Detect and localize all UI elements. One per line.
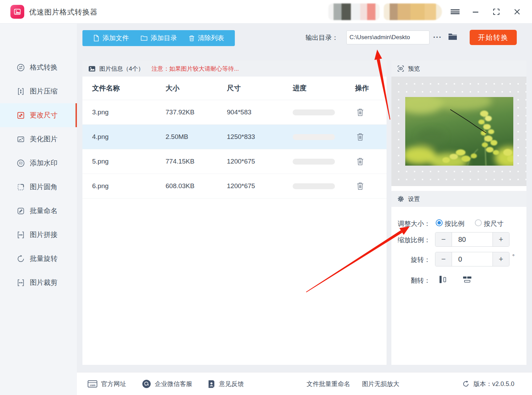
scale-increment-button[interactable]: + [493, 232, 509, 246]
scale-value[interactable]: 80 [452, 232, 493, 246]
refresh-icon[interactable] [462, 380, 470, 388]
progress-bar [293, 159, 335, 165]
compress-icon [17, 87, 25, 96]
open-folder-button[interactable] [447, 32, 459, 43]
sidebar-item-batch-rename[interactable]: 批量命名 [0, 199, 77, 223]
add-directory-button[interactable]: 添加目录 [135, 34, 183, 43]
browse-more-button[interactable]: ··· [432, 30, 443, 45]
format-convert-icon [17, 63, 25, 72]
scale-decrement-button[interactable]: − [435, 232, 452, 246]
flip-horizontal-button[interactable] [462, 275, 473, 284]
version-info: 版本：v2.0.5.0 [462, 372, 514, 395]
titlebar: 优速图片格式转换器 [0, 0, 532, 24]
add-file-label: 添加文件 [103, 34, 129, 43]
settings-header-strip: 设置 [391, 191, 526, 207]
rename-icon [17, 207, 25, 215]
flip-vertical-button[interactable] [438, 275, 447, 284]
settings-title: 设置 [408, 195, 420, 203]
image-info-icon [88, 65, 96, 73]
sidebar-item-beautify[interactable]: 美化图片 [0, 127, 77, 151]
scale-stepper: − 80 + [435, 232, 509, 247]
footer: .com 官方网址 企业微信客服 意见反馈 文件批量重命名 图片无损放大 版本：… [77, 372, 532, 395]
sidebar-item-round-corner[interactable]: 图片圆角 [0, 175, 77, 199]
menu-icon[interactable] [449, 6, 461, 17]
sidebar-item-label: 批量旋转 [30, 254, 57, 263]
preview-settings-panel: 预览 [391, 61, 526, 365]
resize-icon [17, 111, 25, 120]
rotate-increment-button[interactable]: + [493, 252, 509, 266]
watermark-icon: 印 [17, 159, 25, 167]
sidebar-item-stitch[interactable]: 图片拼接 [0, 223, 77, 247]
cell-dims: 904*583 [227, 108, 293, 116]
close-button[interactable] [511, 6, 523, 17]
minimize-button[interactable] [470, 6, 481, 17]
scale-label: 缩放比例： [391, 236, 431, 245]
radio-by-ratio-label[interactable]: 按比例 [445, 219, 464, 228]
table-row[interactable]: 6.png 608.03KB 1200*675 [82, 174, 387, 199]
sidebar-item-batch-rotate[interactable]: 批量旋转 [0, 247, 77, 271]
rotate-decrement-button[interactable]: − [435, 252, 452, 266]
official-website-link[interactable]: .com 官方网址 [88, 372, 126, 395]
redacted-account-info [328, 3, 380, 20]
wechat-service-label: 企业微信客服 [155, 380, 192, 388]
cell-filename: 3.png [92, 108, 166, 116]
svg-text:印: 印 [19, 161, 23, 165]
sidebar-item-label: 图片拼接 [30, 230, 57, 239]
app-window: 优速图片格式转换器 格式转换 图片压缩 更改尺寸 [0, 0, 532, 395]
feedback-link[interactable]: 意见反馈 [208, 372, 244, 395]
flip-label: 翻转： [391, 276, 431, 285]
preview-title: 预览 [408, 65, 420, 73]
sidebar-item-compress[interactable]: 图片压缩 [0, 79, 77, 103]
table-panel-title: 图片信息（4个） [99, 65, 144, 73]
col-header-dims: 尺寸 [227, 84, 293, 93]
sidebar-item-watermark[interactable]: 印 添加水印 [0, 151, 77, 175]
app-logo-icon [10, 5, 24, 19]
table-row[interactable]: 5.png 774.15KB 1200*675 [82, 149, 387, 174]
radio-by-size-label[interactable]: 按尺寸 [484, 219, 504, 228]
radio-by-ratio[interactable] [436, 219, 443, 226]
official-website-label: 官方网址 [101, 380, 126, 388]
table-row-selected[interactable]: 4.png 2.50MB 1250*833 [82, 125, 387, 149]
flip-horizontal-icon [462, 275, 473, 284]
sidebar: 格式转换 图片压缩 更改尺寸 美化图片 印 添加水印 图片圆角 批量命名 [0, 24, 77, 395]
resize-mode-label: 调整大小： [391, 219, 431, 228]
lossless-enlarge-label: 图片无损放大 [362, 380, 399, 388]
delete-row-icon[interactable] [356, 132, 364, 141]
gear-icon [397, 195, 405, 203]
rotate-icon [17, 255, 25, 263]
batch-rename-link[interactable]: 文件批量重命名 [307, 372, 350, 395]
table-row[interactable]: 3.png 737.92KB 904*583 [82, 100, 387, 125]
clear-list-button[interactable]: 清除列表 [183, 34, 230, 43]
col-header-size: 大小 [166, 84, 227, 93]
maximize-button[interactable] [490, 6, 502, 17]
cell-dims: 1200*675 [227, 158, 293, 165]
sidebar-item-crop[interactable]: 图片裁剪 [0, 271, 77, 295]
cell-dims: 1200*675 [227, 182, 293, 190]
sidebar-item-resize[interactable]: 更改尺寸 [0, 103, 77, 127]
sidebar-item-label: 图片压缩 [30, 87, 57, 96]
crop-icon [17, 279, 25, 287]
delete-row-icon[interactable] [356, 182, 364, 191]
preview-header-strip: 预览 [391, 61, 526, 77]
version-label: 版本：v2.0.5.0 [473, 380, 514, 388]
cell-size: 737.92KB [166, 108, 227, 116]
wechat-service-link[interactable]: 企业微信客服 [142, 372, 192, 395]
add-file-button[interactable]: 添加文件 [87, 34, 135, 43]
rotate-label: 旋转： [391, 255, 431, 264]
col-header-actions: 操作 [355, 84, 387, 93]
col-header-progress: 进度 [293, 84, 355, 93]
progress-bar [293, 134, 335, 140]
flip-vertical-icon [438, 275, 447, 284]
sidebar-item-label: 图片裁剪 [30, 278, 57, 287]
delete-row-icon[interactable] [356, 108, 364, 117]
table-header-strip: 图片信息（4个） 注意：如果图片较大请耐心等待... [82, 61, 387, 77]
lossless-enlarge-link[interactable]: 图片无损放大 [362, 372, 399, 395]
output-dir-input[interactable] [346, 30, 429, 44]
delete-row-icon[interactable] [356, 157, 364, 166]
radio-by-size[interactable] [475, 219, 482, 226]
rotate-value[interactable]: 0 [452, 252, 493, 266]
col-header-filename: 文件名称 [92, 84, 166, 93]
redacted-account-name [384, 3, 442, 20]
start-convert-button[interactable]: 开始转换 [470, 30, 517, 45]
sidebar-item-format-convert[interactable]: 格式转换 [0, 55, 77, 79]
